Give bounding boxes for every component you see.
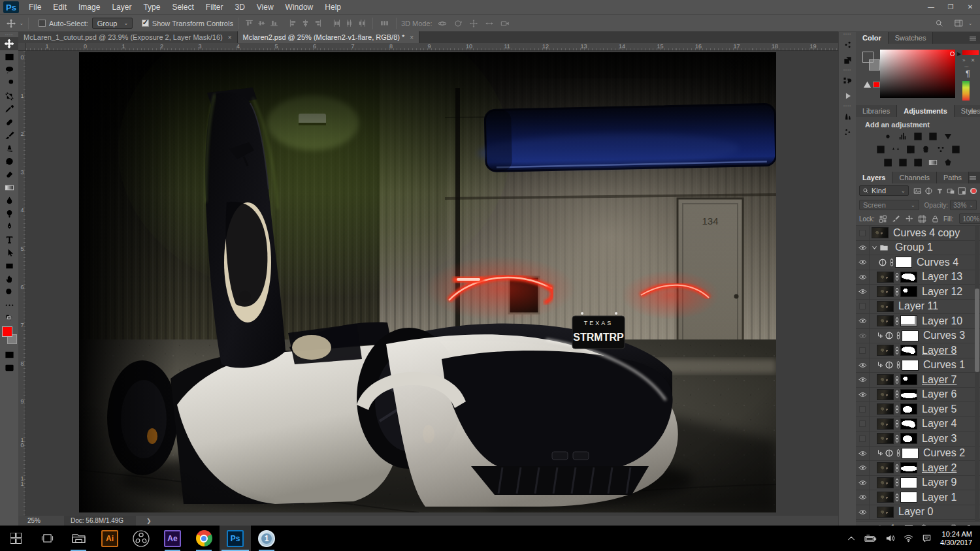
layer-thumbnail[interactable]: [877, 286, 894, 297]
align-top-icon[interactable]: [245, 19, 253, 27]
panel-history-icon[interactable]: [839, 72, 857, 88]
gamut-color-chip[interactable]: [873, 82, 880, 87]
layer-row-layer-8[interactable]: Layer 8: [856, 343, 980, 358]
hue-saturation-adjustment-icon[interactable]: [874, 144, 887, 155]
taskbar-chrome[interactable]: [188, 526, 220, 551]
pixel-filter-icon[interactable]: [913, 187, 922, 195]
visibility-toggle[interactable]: [856, 255, 870, 270]
opacity-dropdown[interactable]: 33% ⌄: [950, 200, 977, 210]
layer-thumbnail[interactable]: [877, 272, 894, 283]
layer-mask-thumbnail[interactable]: [900, 315, 917, 326]
layer-name[interactable]: Layer 10: [922, 315, 962, 327]
smart-filter-icon[interactable]: [958, 187, 966, 195]
layer-mask-thumbnail[interactable]: [895, 257, 912, 268]
taskbar-capture-one[interactable]: 1: [251, 526, 282, 551]
panel-clone-source-icon[interactable]: [839, 52, 857, 68]
visibility-toggle[interactable]: [856, 314, 870, 328]
layer-row-layer-4[interactable]: Layer 4: [856, 417, 980, 432]
auto-select-target-dropdown[interactable]: Group⌄: [92, 18, 133, 29]
visibility-toggle[interactable]: [856, 285, 870, 299]
taskbar-start[interactable]: [0, 526, 31, 551]
ruler-corner[interactable]: [18, 43, 26, 51]
brightness-contrast-adjustment-icon[interactable]: [882, 131, 894, 142]
auto-select-checkbox[interactable]: [39, 20, 46, 27]
quick-select-tool[interactable]: [0, 76, 18, 89]
slide-3d-icon[interactable]: [485, 19, 494, 28]
type-filter-icon[interactable]: T: [936, 187, 944, 195]
move-tool-icon[interactable]: [7, 19, 16, 28]
mask-link-icon[interactable]: [894, 390, 900, 399]
menu-type[interactable]: Type: [137, 0, 166, 14]
color-tab-color[interactable]: Color: [856, 32, 889, 44]
layer-mask-thumbnail[interactable]: [900, 433, 917, 444]
layer-thumbnail[interactable]: [877, 418, 894, 430]
layer-row-layer-0[interactable]: Layer 0: [856, 505, 980, 520]
speaker-icon[interactable]: [885, 533, 895, 543]
menu-help[interactable]: Help: [319, 0, 347, 14]
panel-tab-libraries[interactable]: Libraries: [856, 105, 897, 117]
taskbar-clock[interactable]: 10:24 AM 4/30/2017: [940, 530, 972, 547]
visibility-toggle[interactable]: [856, 388, 870, 402]
shape-tool[interactable]: [0, 259, 18, 272]
distribute-center-icon[interactable]: [345, 19, 353, 27]
layer-mask-thumbnail[interactable]: [900, 389, 917, 400]
horizontal-ruler[interactable]: 1012345678910111213141516171819: [26, 43, 838, 51]
eyedropper-tool[interactable]: [0, 102, 18, 116]
panel-tab-layers[interactable]: Layers: [856, 172, 892, 183]
menu-3d[interactable]: 3D: [229, 0, 250, 14]
toolbar-gripper[interactable]: ▪▪▪▪: [0, 32, 18, 37]
layer-row-layer-7[interactable]: Layer 7: [856, 373, 980, 388]
layer-row-layer-3[interactable]: Layer 3: [856, 432, 980, 447]
canvas-region[interactable]: 134: [26, 51, 838, 516]
blur-tool[interactable]: [0, 194, 18, 207]
black-white-adjustment-icon[interactable]: [904, 144, 917, 155]
mini-panel-controls[interactable]: » ✕: [962, 57, 977, 63]
layer-name[interactable]: Curves 4: [917, 257, 958, 268]
layer-name[interactable]: Layer 2: [922, 462, 956, 474]
levels-adjustment-icon[interactable]: [897, 131, 909, 142]
taskbar-task-view[interactable]: [31, 526, 63, 551]
layer-row-layer-1[interactable]: Layer 1: [856, 490, 980, 505]
brush-tool[interactable]: [0, 129, 18, 142]
align-middle-icon[interactable]: [257, 19, 266, 27]
curves-adjustment-icon[interactable]: [912, 131, 924, 142]
color-balance-adjustment-icon[interactable]: [889, 144, 902, 155]
visibility-toggle[interactable]: [856, 417, 870, 432]
vertical-ruler[interactable]: 01234567891011: [18, 51, 26, 516]
layer-thumbnail[interactable]: [877, 345, 894, 356]
tab-close-icon[interactable]: ×: [228, 34, 232, 41]
visibility-toggle[interactable]: [856, 343, 870, 358]
gradient-tool[interactable]: [0, 181, 18, 194]
show-transform-checkbox[interactable]: [142, 20, 149, 27]
layer-row-curves-1[interactable]: Curves 1: [856, 358, 980, 373]
mask-link-icon[interactable]: [889, 258, 894, 267]
visibility-toggle[interactable]: [856, 461, 870, 475]
healing-tool[interactable]: [0, 116, 18, 129]
foreground-color-swatch[interactable]: [2, 326, 12, 337]
close-button[interactable]: ✕: [966, 3, 975, 10]
gradient-map-adjustment-icon[interactable]: [927, 157, 939, 168]
move-tool[interactable]: [0, 37, 18, 50]
lock-transparency-icon[interactable]: [879, 215, 887, 223]
layer-mask-thumbnail[interactable]: [900, 492, 917, 503]
layer-thumbnail[interactable]: [877, 492, 894, 503]
distribute-spacing-icon[interactable]: [380, 19, 389, 27]
visibility-toggle[interactable]: [856, 432, 870, 446]
battery-icon[interactable]: [864, 534, 877, 543]
clone-stamp-tool[interactable]: [0, 142, 18, 155]
pen-tool[interactable]: [0, 220, 18, 233]
taskbar-resolve[interactable]: [125, 526, 157, 551]
layer-thumbnail[interactable]: [877, 477, 894, 488]
mask-link-icon[interactable]: [894, 419, 900, 428]
layer-row-layer-9[interactable]: Layer 9: [856, 476, 980, 491]
minimize-button[interactable]: —: [926, 3, 936, 10]
visibility-toggle[interactable]: [856, 300, 870, 314]
blend-mode-dropdown[interactable]: Screen ⌄: [859, 200, 919, 210]
layer-mask-thumbnail[interactable]: [902, 360, 919, 371]
layer-row-layer-11[interactable]: Layer 11: [856, 300, 980, 315]
action-center-icon[interactable]: [922, 533, 932, 543]
gamut-warning-icon[interactable]: [863, 80, 872, 89]
menu-layer[interactable]: Layer: [106, 0, 137, 14]
layer-name[interactable]: Layer 9: [922, 477, 956, 488]
layer-thumbnail[interactable]: [872, 227, 889, 238]
